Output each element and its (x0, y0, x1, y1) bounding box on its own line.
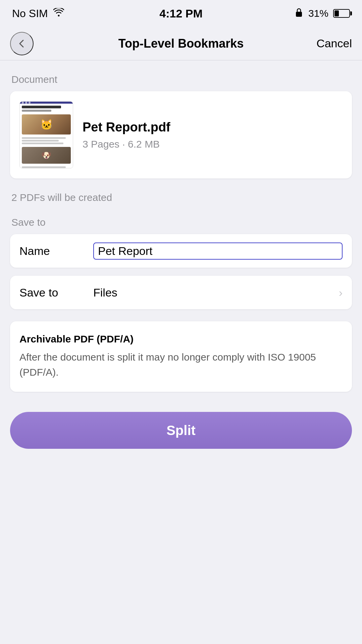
document-info: Pet Report.pdf 3 Pages · 6.2 MB (83, 120, 343, 150)
no-sim-label: No SIM (12, 7, 48, 20)
name-input[interactable] (93, 243, 343, 260)
lock-icon (294, 7, 304, 20)
name-label: Name (19, 245, 50, 258)
save-to-label: Save to (19, 286, 93, 299)
split-button[interactable]: Split (10, 412, 352, 449)
document-card: 🐱 🐶 Pet Report.pdf 3 Pages · 6.2 MB (10, 91, 352, 178)
wifi-icon (53, 8, 64, 19)
save-section-label: Save to (10, 217, 352, 228)
save-to-value: Files (93, 286, 339, 299)
status-right: 31% (294, 7, 350, 20)
status-bar: No SIM 4:12 PM 31% (0, 0, 362, 27)
pdfs-info-text: 2 PDFs will be created (10, 192, 352, 203)
chevron-left-icon (17, 39, 27, 48)
battery-pct-label: 31% (308, 8, 328, 19)
document-thumbnail: 🐱 🐶 (19, 101, 73, 168)
nav-title: Top-Level Bookmarks (118, 37, 244, 51)
archive-notice-body: After the document is split it may no lo… (19, 350, 343, 380)
main-content: Document 🐱 🐶 (0, 60, 362, 462)
cancel-button[interactable]: Cancel (316, 37, 352, 50)
save-to-card[interactable]: Save to Files › (10, 276, 352, 309)
svg-rect-0 (296, 12, 302, 17)
archive-notice-card: Archivable PDF (PDF/A) After the documen… (10, 321, 352, 392)
chevron-right-icon: › (339, 286, 343, 299)
back-button[interactable] (10, 32, 34, 55)
nav-bar: Top-Level Bookmarks Cancel (0, 27, 362, 60)
archive-notice-title: Archivable PDF (PDF/A) (19, 333, 343, 345)
battery-icon (333, 9, 350, 18)
document-section-label: Document (10, 74, 352, 85)
name-row-card: Name (10, 234, 352, 268)
status-left: No SIM (12, 7, 64, 20)
name-label-cell: Name (19, 234, 93, 268)
document-meta: 3 Pages · 6.2 MB (83, 139, 343, 150)
name-input-cell[interactable] (93, 234, 343, 268)
document-filename: Pet Report.pdf (83, 120, 343, 135)
status-time: 4:12 PM (159, 7, 203, 20)
